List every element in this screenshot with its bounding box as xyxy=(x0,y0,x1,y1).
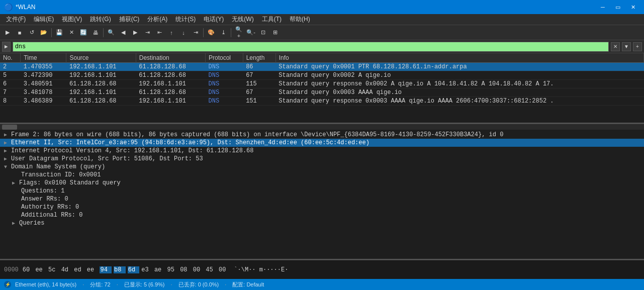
menu-analyze[interactable]: 分析(A) xyxy=(143,14,171,25)
child-arrow: ▶ xyxy=(12,180,17,186)
menu-help[interactable]: 帮助(H) xyxy=(286,14,314,25)
maximize-button[interactable]: ▭ xyxy=(611,2,625,13)
zoom-out-button[interactable]: 🔍- xyxy=(245,27,256,38)
menu-statistics[interactable]: 统计(S) xyxy=(171,14,200,25)
child-text: Additional RRs: 0 xyxy=(21,212,82,219)
zoom-in-button[interactable]: 🔍+ xyxy=(233,27,244,38)
filter-label: ▶ xyxy=(2,42,11,52)
next-button[interactable]: ↓ xyxy=(178,27,189,38)
detail-child: Transaction ID: 0x0001 xyxy=(0,171,644,179)
detail-section-dns[interactable]: ▼Domain Name System (query) xyxy=(0,163,644,171)
detail-child: Additional RRs: 0 xyxy=(0,211,644,219)
packet-list[interactable]: No. Time Source Destination Protocol Len… xyxy=(0,53,644,124)
frame-arrow: ▶ xyxy=(4,132,9,138)
zoom-reset-button[interactable]: ⊡ xyxy=(257,27,268,38)
menu-view[interactable]: 视图(V) xyxy=(58,14,86,25)
child-text: Questions: 1 xyxy=(21,187,64,195)
back-button[interactable]: ◀ xyxy=(118,27,129,38)
title-bar: 🔵 *WLAN ─ ▭ ✕ xyxy=(0,0,644,14)
detail-section-ip[interactable]: ▶Internet Protocol Version 4, Src: 192.1… xyxy=(0,147,644,155)
detail-child[interactable]: ▶Flags: 0x0100 Standard query xyxy=(0,179,644,187)
hex-dump: 0000 60 ee 5c 4d ed ee 94 b8 6d e3 ae 95… xyxy=(0,260,644,279)
packet-detail[interactable]: ▶Frame 2: 86 bytes on wire (688 bits), 8… xyxy=(0,130,644,260)
col-header-length[interactable]: Length xyxy=(243,53,275,63)
menu-file[interactable]: 文件(F) xyxy=(2,14,30,25)
status-dropped: 已丢弃: 0 (0.0%) xyxy=(178,281,219,288)
status-interface: Ethernet (eth), 14 byte(s) xyxy=(15,281,76,287)
last-button[interactable]: ⇥ xyxy=(190,27,201,38)
first-button[interactable]: ⇤ xyxy=(154,27,165,38)
start-capture-button[interactable]: ▶ xyxy=(2,27,13,38)
col-header-no[interactable]: No. xyxy=(0,53,21,63)
col-header-info[interactable]: Info xyxy=(275,53,643,63)
hex-byte: ed xyxy=(74,266,85,273)
restart-capture-button[interactable]: ↺ xyxy=(26,27,37,38)
hex-byte: b8 xyxy=(114,266,126,273)
hex-byte: 94 xyxy=(100,266,112,273)
child-text: Flags: 0x0100 Standard query xyxy=(19,179,121,186)
menu-telephony[interactable]: 电话(Y) xyxy=(200,14,228,25)
dns-arrow: ▼ xyxy=(4,164,9,170)
menu-tools[interactable]: 工具(T) xyxy=(258,14,286,25)
status-profile: 配置: Default xyxy=(232,281,264,288)
col-header-time[interactable]: Time xyxy=(21,53,66,63)
filter-bar: ▶ dns ✕ ▼ + xyxy=(0,40,644,53)
detail-child: Authority RRs: 0 xyxy=(0,203,644,211)
hex-ascii: `·\M·· m·····E· xyxy=(234,266,288,273)
status-bar: ⚡ Ethernet (eth), 14 byte(s) · 分组: 72 · … xyxy=(0,279,644,290)
child-arrow: ▶ xyxy=(12,220,17,226)
menu-go[interactable]: 跳转(G) xyxy=(86,14,115,25)
dns-text: Domain Name System (query) xyxy=(11,163,105,170)
table-row[interactable]: 21.470355192.168.1.10161.128.128.68DNS86… xyxy=(0,63,644,71)
status-icon: ⚡ xyxy=(4,281,11,288)
reload-button[interactable]: 🔄 xyxy=(78,27,89,38)
table-row[interactable]: 53.472390192.168.1.10161.128.128.68DNS67… xyxy=(0,71,644,80)
filter-input[interactable]: dns xyxy=(13,42,609,52)
toolbar-sep-2 xyxy=(103,28,104,37)
frame-text: Frame 2: 86 bytes on wire (688 bits), 86… xyxy=(11,131,503,138)
ethernet-text: Ethernet II, Src: IntelCor_e3:ae:95 (94:… xyxy=(11,139,370,146)
ip-text: Internet Protocol Version 4, Src: 192.16… xyxy=(11,147,253,154)
detail-child: Answer RRs: 0 xyxy=(0,195,644,203)
filter-clear-button[interactable]: ✕ xyxy=(611,42,620,51)
col-header-source[interactable]: Source xyxy=(66,53,136,63)
close-file-button[interactable]: ✕ xyxy=(66,27,77,38)
table-row[interactable]: 73.481078192.168.1.10161.128.128.68DNS67… xyxy=(0,88,644,97)
resize-columns-button[interactable]: ⊞ xyxy=(269,27,281,38)
filter-add-button[interactable]: + xyxy=(633,42,642,51)
col-header-dest[interactable]: Destination xyxy=(136,53,205,63)
open-file-button[interactable]: 📂 xyxy=(38,27,49,38)
autoscroll-button[interactable]: ⤓ xyxy=(218,27,229,38)
hex-byte: ee xyxy=(87,266,98,273)
detail-section-udp[interactable]: ▶User Datagram Protocol, Src Port: 51086… xyxy=(0,155,644,163)
table-row[interactable]: 63.48059161.128.128.68192.168.1.101DNS11… xyxy=(0,80,644,88)
hex-byte: 6d xyxy=(128,266,140,273)
forward-button[interactable]: ▶ xyxy=(130,27,141,38)
detail-child: Questions: 1 xyxy=(0,187,644,195)
detail-section-ethernet[interactable]: ▶Ethernet II, Src: IntelCor_e3:ae:95 (94… xyxy=(0,139,644,147)
menu-capture[interactable]: 捕获(C) xyxy=(115,14,144,25)
find-button[interactable]: 🔍 xyxy=(106,27,117,38)
detail-child[interactable]: ▶Queries xyxy=(0,219,644,227)
close-button[interactable]: ✕ xyxy=(626,2,640,13)
main-content: No. Time Source Destination Protocol Len… xyxy=(0,53,644,279)
menu-wireless[interactable]: 无线(W) xyxy=(228,14,257,25)
ip-arrow: ▶ xyxy=(4,148,9,154)
detail-section-frame[interactable]: ▶Frame 2: 86 bytes on wire (688 bits), 8… xyxy=(0,131,644,139)
col-header-protocol[interactable]: Protocol xyxy=(206,53,243,63)
colorize-button[interactable]: 🎨 xyxy=(206,27,217,38)
goto-button[interactable]: ⇥ xyxy=(142,27,153,38)
minimize-button[interactable]: ─ xyxy=(596,2,610,13)
menu-edit[interactable]: 编辑(E) xyxy=(30,14,58,25)
status-icon-symbol: ⚡ xyxy=(5,282,11,287)
prev-button[interactable]: ↑ xyxy=(166,27,177,38)
toolbar-sep-3 xyxy=(203,28,204,37)
filter-save-button[interactable]: ▼ xyxy=(622,42,631,51)
child-text: Queries xyxy=(19,220,44,227)
table-row[interactable]: 83.48638961.128.128.68192.168.1.101DNS15… xyxy=(0,97,644,106)
save-button[interactable]: 💾 xyxy=(54,27,65,38)
stop-capture-button[interactable]: ■ xyxy=(14,27,25,38)
h-scroll[interactable] xyxy=(0,124,644,130)
udp-text: User Datagram Protocol, Src Port: 51086,… xyxy=(11,155,203,162)
print-button[interactable]: 🖶 xyxy=(90,27,101,38)
